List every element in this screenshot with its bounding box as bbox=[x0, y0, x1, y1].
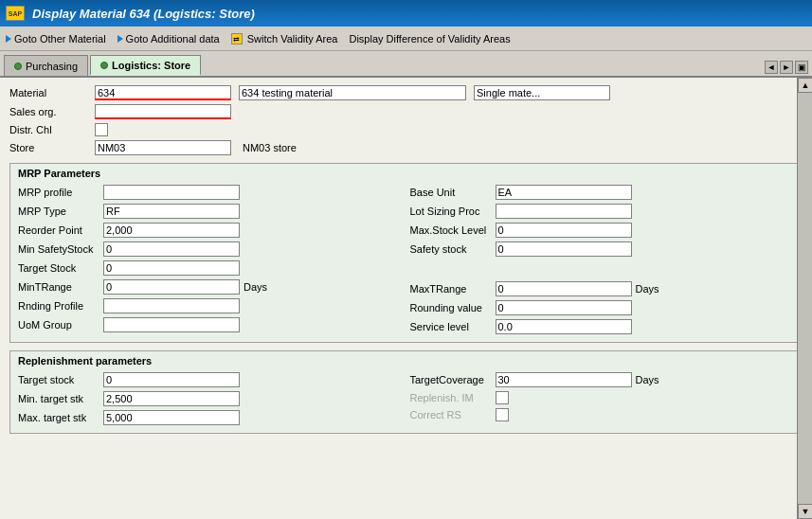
max-target-stk-input[interactable] bbox=[103, 410, 240, 425]
rnding-profile-label: Rnding Profile bbox=[18, 300, 103, 312]
safety-stock-label: Safety stock bbox=[410, 243, 496, 255]
mrp-section-title: MRP Parameters bbox=[18, 168, 794, 179]
mrp-type-input[interactable] bbox=[103, 204, 240, 219]
distr-chl-checkbox[interactable] bbox=[95, 123, 108, 136]
material-desc-input[interactable] bbox=[239, 85, 466, 100]
title-bar: SAP Display Material 634 (Logistics: Sto… bbox=[0, 0, 812, 27]
distr-chl-row: Distr. Chl bbox=[9, 123, 803, 136]
switch-validity-area-label: Switch Validity Area bbox=[247, 33, 338, 45]
mrp-right-col: Base Unit Lot Sizing Proc Max.Stock Leve… bbox=[410, 185, 795, 338]
base-unit-label: Base Unit bbox=[410, 187, 496, 198]
material-input[interactable] bbox=[95, 85, 231, 100]
tab-purchasing[interactable]: Purchasing bbox=[4, 55, 88, 76]
goto-additional-data-label: Goto Additional data bbox=[126, 33, 220, 45]
tabs-row: Purchasing Logistics: Store ◄ ► ▣ bbox=[0, 51, 812, 78]
mrp-two-col: MRP profile MRP Type Reorder Point Min S… bbox=[18, 185, 794, 338]
store-input[interactable] bbox=[95, 140, 231, 155]
purchasing-tab-label: Purchasing bbox=[26, 61, 78, 72]
switch-icon: ⇄ bbox=[231, 33, 243, 45]
sales-org-input[interactable] bbox=[95, 104, 231, 119]
rounding-value-row: Rounding value bbox=[410, 300, 795, 315]
max-trange-row: MaxTRange Days bbox=[410, 281, 795, 296]
reorder-point-input[interactable] bbox=[103, 223, 240, 238]
rnding-profile-input[interactable] bbox=[103, 298, 240, 313]
goto-other-material-label: Goto Other Material bbox=[14, 33, 106, 45]
target-coverage-days: Days bbox=[636, 374, 659, 385]
sales-org-row: Sales org. bbox=[9, 104, 803, 119]
min-trange-input[interactable] bbox=[103, 279, 240, 295]
lot-sizing-proc-input[interactable] bbox=[496, 204, 632, 219]
tab-prev-button[interactable]: ◄ bbox=[765, 61, 778, 74]
spacer-row bbox=[410, 260, 795, 277]
max-stock-level-row: Max.Stock Level bbox=[410, 223, 795, 238]
min-trange-row: MinTRange Days bbox=[18, 279, 403, 295]
reorder-point-row: Reorder Point bbox=[18, 223, 403, 238]
rounding-value-input[interactable] bbox=[496, 300, 632, 315]
min-trange-days: Days bbox=[244, 281, 267, 293]
lot-sizing-proc-label: Lot Sizing Proc bbox=[410, 206, 496, 217]
service-level-row: Service level bbox=[410, 319, 795, 334]
distr-chl-label: Distr. Chl bbox=[9, 124, 95, 135]
correct-rs-checkbox[interactable] bbox=[496, 408, 509, 421]
min-target-stk-row: Min. target stk bbox=[18, 391, 403, 406]
rounding-value-label: Rounding value bbox=[410, 302, 496, 313]
replenishment-left-col: Target stock Min. target stk Max. target… bbox=[18, 372, 403, 429]
min-target-stk-label: Min. target stk bbox=[18, 393, 103, 404]
replenishment-section-title: Replenishment parameters bbox=[18, 355, 794, 367]
store-row: Store NM03 store bbox=[9, 140, 803, 155]
display-difference-menu[interactable]: Display Difference of Validity Areas bbox=[349, 33, 510, 45]
tab-logistics-store[interactable]: Logistics: Store bbox=[90, 55, 201, 76]
service-level-input[interactable] bbox=[496, 319, 632, 334]
max-trange-days: Days bbox=[636, 283, 659, 295]
max-trange-input[interactable] bbox=[496, 281, 632, 296]
target-stock-rep-input[interactable] bbox=[103, 372, 240, 387]
mrp-left-col: MRP profile MRP Type Reorder Point Min S… bbox=[18, 185, 403, 338]
base-unit-input[interactable] bbox=[496, 185, 632, 200]
target-stock-row: Target Stock bbox=[18, 260, 403, 276]
safety-stock-row: Safety stock bbox=[410, 242, 795, 257]
target-coverage-row: TargetCoverage Days bbox=[410, 372, 795, 387]
target-stock-input[interactable] bbox=[103, 260, 240, 276]
replenish-im-checkbox[interactable] bbox=[496, 391, 509, 404]
material-type-input[interactable] bbox=[474, 85, 610, 100]
max-stock-level-input[interactable] bbox=[496, 223, 632, 238]
goto-additional-arrow-icon bbox=[117, 35, 123, 43]
min-target-stk-input[interactable] bbox=[103, 391, 240, 406]
target-coverage-label: TargetCoverage bbox=[410, 374, 496, 385]
mrp-type-label: MRP Type bbox=[18, 206, 103, 217]
replenish-im-row: Replenish. IM bbox=[410, 391, 795, 404]
mrp-profile-label: MRP profile bbox=[18, 187, 103, 198]
lot-sizing-proc-row: Lot Sizing Proc bbox=[410, 204, 795, 219]
mrp-profile-input[interactable] bbox=[103, 185, 240, 200]
reorder-point-label: Reorder Point bbox=[18, 224, 103, 236]
correct-rs-row: Correct RS bbox=[410, 408, 795, 421]
goto-additional-data-menu[interactable]: Goto Additional data bbox=[117, 33, 220, 45]
tab-navigation: ◄ ► ▣ bbox=[765, 61, 808, 76]
uom-group-input[interactable] bbox=[103, 317, 240, 332]
replenishment-right-col: TargetCoverage Days Replenish. IM Correc… bbox=[410, 372, 795, 429]
goto-other-material-menu[interactable]: Goto Other Material bbox=[6, 33, 106, 45]
mrp-type-row: MRP Type bbox=[18, 204, 403, 219]
min-safety-stock-input[interactable] bbox=[103, 242, 240, 257]
tab-menu-button[interactable]: ▣ bbox=[795, 61, 808, 74]
purchasing-tab-dot bbox=[14, 63, 22, 70]
mrp-section: MRP Parameters MRP profile MRP Type Reor… bbox=[9, 163, 803, 343]
material-row: Material bbox=[9, 85, 803, 100]
scroll-down-button[interactable]: ▼ bbox=[798, 504, 812, 519]
menu-bar: Goto Other Material Goto Additional data… bbox=[0, 27, 812, 51]
switch-validity-area-menu[interactable]: ⇄ Switch Validity Area bbox=[231, 33, 338, 45]
target-coverage-input[interactable] bbox=[496, 372, 632, 387]
scroll-up-button[interactable]: ▲ bbox=[798, 78, 812, 93]
safety-stock-input[interactable] bbox=[496, 242, 632, 257]
tab-next-button[interactable]: ► bbox=[780, 61, 793, 74]
replenish-im-label: Replenish. IM bbox=[410, 392, 496, 403]
correct-rs-label: Correct RS bbox=[410, 409, 496, 421]
service-level-label: Service level bbox=[410, 321, 496, 332]
mrp-profile-row: MRP profile bbox=[18, 185, 403, 200]
replenishment-two-col: Target stock Min. target stk Max. target… bbox=[18, 372, 794, 429]
material-label: Material bbox=[9, 87, 95, 98]
scrollbar[interactable]: ▲ ▼ bbox=[797, 78, 812, 519]
display-difference-label: Display Difference of Validity Areas bbox=[349, 33, 510, 45]
main-content: Material Sales org. Distr. Chl Store NM0… bbox=[0, 78, 812, 519]
max-stock-level-label: Max.Stock Level bbox=[410, 224, 496, 236]
